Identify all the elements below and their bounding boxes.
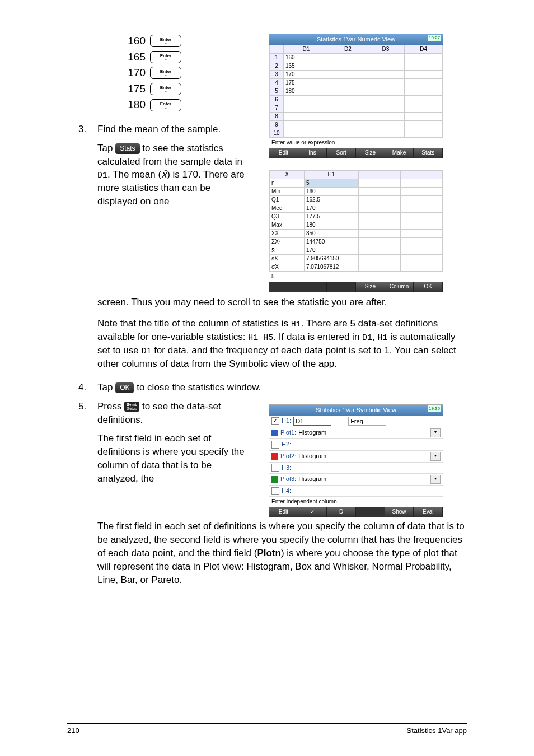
soft-ok[interactable]: OK <box>414 282 443 292</box>
stats-screenshot: X H1 n5 Min160 Q1162.5 Med170 Q3177.5 Ma… <box>269 170 443 292</box>
stats-table: X H1 n5 Min160 Q1162.5 Med170 Q3177.5 Ma… <box>269 170 443 272</box>
step3-detail: Tap Stats to see the statistics calculat… <box>97 142 252 208</box>
footer-title: Statistics 1Var app <box>407 726 467 736</box>
soft-make[interactable]: Make <box>385 148 414 158</box>
step-3: 3. Find the mean of the sample. <box>78 123 252 136</box>
entry-val: 160 <box>123 34 146 49</box>
h1-check[interactable] <box>271 417 279 425</box>
step-5: 5. Press SymbSetup to see the data-set d… <box>78 400 252 427</box>
page-footer: 210 Statistics 1Var app <box>67 723 467 736</box>
entry-sequence: 160Enter≈ 165Enter≈ 170Enter≈ 175Enter≈ … <box>78 34 252 113</box>
plot1-dropdown[interactable]: ▾ <box>430 428 441 437</box>
numeric-view-screenshot: Statistics 1Var Numeric View 19:27 D1 D2… <box>269 34 443 158</box>
title: Statistics 1Var Symbolic View <box>316 407 396 413</box>
step-4: 4. Tap OK to close the statistics window… <box>78 381 467 394</box>
soft-column[interactable]: Column <box>385 282 414 292</box>
plot2-dropdown[interactable]: ▾ <box>430 452 441 461</box>
soft-d[interactable]: D <box>327 507 356 517</box>
soft-size[interactable]: Size <box>356 148 385 158</box>
title: Statistics 1Var Numeric View <box>317 36 395 43</box>
step3-para2: Note that the title of the column of sta… <box>97 317 467 371</box>
soft-ins[interactable]: Ins <box>298 148 327 158</box>
step3-text: Find the mean of the sample. <box>97 124 221 134</box>
enter-key: Enter≈ <box>150 35 181 47</box>
entry-val: 165 <box>123 50 146 65</box>
step5-cont: The first field in each set of definitio… <box>97 520 467 586</box>
plot1-color[interactable] <box>271 430 278 436</box>
enter-key: Enter≈ <box>150 51 181 63</box>
plot3-dropdown[interactable]: ▾ <box>430 475 441 484</box>
page-number: 210 <box>67 726 79 736</box>
symbolic-view-screenshot: Statistics 1Var Symbolic View 19:35 H1: … <box>269 404 443 518</box>
entry-val: 180 <box>123 97 146 113</box>
time-badge: 19:27 <box>428 35 441 41</box>
help-text: Enter value or expression <box>269 138 443 148</box>
symb-key: SymbSetup <box>124 402 139 412</box>
time-badge: 19:35 <box>428 405 441 412</box>
help-text: Enter independent column <box>269 497 443 507</box>
ok-button[interactable]: OK <box>115 382 134 393</box>
edit-cell[interactable] <box>284 96 329 104</box>
stats-foot: 5 <box>269 272 443 282</box>
plot2-color[interactable] <box>271 453 278 460</box>
h2-check[interactable] <box>271 441 279 449</box>
enter-key: Enter≈ <box>150 67 181 79</box>
entry-val: 175 <box>123 82 146 97</box>
plot3-color[interactable] <box>271 476 278 483</box>
stats-button[interactable]: Stats <box>115 143 139 154</box>
soft-eval[interactable]: Eval <box>414 507 443 517</box>
entry-val: 170 <box>123 66 146 81</box>
soft-stats[interactable]: Stats <box>414 148 443 158</box>
step3-cont: screen. Thus you may need to scroll to s… <box>97 296 467 309</box>
soft-show[interactable]: Show <box>385 507 414 517</box>
step-number: 4. <box>78 381 92 394</box>
h1-field[interactable]: D1 <box>293 417 331 426</box>
soft-sort[interactable]: Sort <box>327 148 356 158</box>
data-table: D1 D2 D3 D4 1160 2165 3170 4175 5180 6 7… <box>269 45 443 138</box>
step-number: 3. <box>78 123 92 136</box>
soft-edit[interactable]: Edit <box>269 507 298 517</box>
soft-size[interactable]: Size <box>356 282 385 292</box>
h3-check[interactable] <box>271 464 279 472</box>
step-number: 5. <box>78 400 92 427</box>
freq-field[interactable]: Freq <box>348 417 386 426</box>
soft-edit[interactable]: Edit <box>269 148 298 158</box>
enter-key: Enter≈ <box>150 83 181 95</box>
h4-check[interactable] <box>271 487 279 495</box>
enter-key: Enter≈ <box>150 99 181 111</box>
soft-check[interactable]: ✓ <box>298 507 327 517</box>
step5-para: The first field in each set of definitio… <box>97 432 252 485</box>
